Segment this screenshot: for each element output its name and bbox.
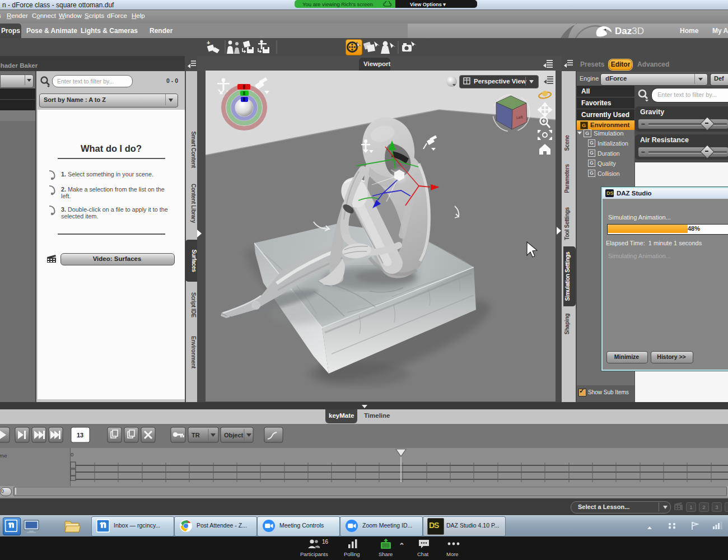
svg-text:TR: TR [192,432,200,438]
svg-text:13: 13 [77,432,83,438]
svg-text:Object: Object [224,432,244,438]
svg-text:Left: Left [516,115,523,119]
svg-text:+: + [207,39,210,46]
